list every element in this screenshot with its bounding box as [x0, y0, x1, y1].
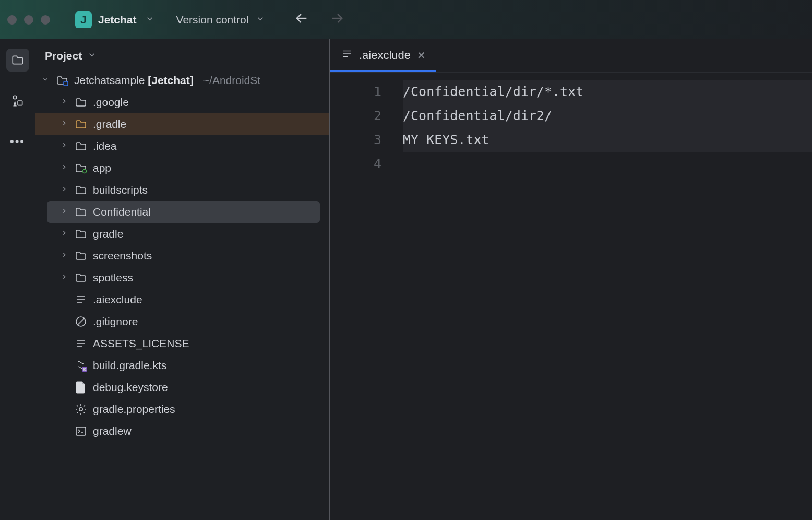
code-line[interactable]: /Confidential/dir2/	[403, 104, 812, 128]
folder-icon	[74, 250, 88, 262]
tree-item-label: ASSETS_LICENSE	[93, 337, 189, 350]
module-icon	[74, 162, 88, 174]
lines-icon	[74, 337, 88, 350]
tree-item[interactable]: .google	[35, 91, 329, 113]
tree-item[interactable]: debug.keystore	[35, 376, 329, 398]
tree-item[interactable]: spotless	[35, 267, 329, 289]
chevron-right-icon[interactable]	[59, 207, 69, 217]
editor-tab[interactable]: .aiexclude ✕	[330, 40, 436, 72]
svg-point-17	[79, 408, 82, 411]
tree-item[interactable]: .idea	[35, 135, 329, 157]
chevron-down-icon	[87, 50, 97, 62]
code-line[interactable]: MY_KEYS.txt	[403, 128, 812, 152]
tree-item-label: .google	[93, 96, 129, 109]
chevron-right-icon[interactable]	[59, 251, 69, 261]
line-number: 1	[330, 80, 381, 104]
tree-item[interactable]: buildscripts	[35, 179, 329, 201]
tree-item-label: build.gradle.kts	[93, 359, 166, 372]
svg-text:K: K	[83, 367, 86, 372]
svg-rect-3	[18, 101, 22, 105]
tree-item-label: spotless	[93, 271, 133, 284]
project-tool-button[interactable]	[6, 49, 29, 72]
tree-item[interactable]: .gitignore	[35, 311, 329, 333]
tree-item-label: .aiexclude	[93, 293, 142, 306]
file-lines-icon	[341, 48, 353, 63]
tree-root-path: ~/AndroidSt	[203, 74, 260, 87]
folder-icon	[74, 206, 88, 218]
chevron-right-icon[interactable]	[59, 141, 69, 151]
code-line[interactable]: /Confidential/dir/*.txt	[403, 80, 812, 104]
tree-item-label: debug.keystore	[93, 381, 168, 394]
chevron-right-icon[interactable]	[59, 185, 69, 195]
nav-forward-button[interactable]	[330, 11, 344, 28]
vcs-selector[interactable]: Version control	[171, 14, 271, 26]
panel-title: Project	[45, 50, 82, 62]
editor-tabbar: .aiexclude ✕	[330, 39, 812, 73]
folder-icon	[74, 96, 88, 109]
line-number: 3	[330, 128, 381, 152]
traffic-min[interactable]	[24, 15, 33, 25]
close-icon[interactable]: ✕	[417, 49, 426, 62]
project-badge: J	[75, 11, 92, 28]
folder-icon	[74, 271, 88, 284]
project-tree[interactable]: Jetchatsample [Jetchat] ~/AndroidSt .goo…	[35, 67, 329, 442]
code-line[interactable]	[403, 152, 812, 176]
vcs-label: Version control	[176, 14, 249, 26]
editor-area: .aiexclude ✕ 1234 /Confidential/dir/*.tx…	[330, 39, 812, 520]
project-selector[interactable]: J Jetchat	[71, 8, 162, 31]
chevron-right-icon[interactable]	[59, 229, 69, 239]
gutter: 1234	[330, 73, 391, 520]
nav-back-button[interactable]	[294, 11, 309, 28]
traffic-close[interactable]	[7, 15, 17, 25]
traffic-max[interactable]	[41, 15, 50, 25]
ban-icon	[74, 315, 88, 328]
tab-filename: .aiexclude	[359, 49, 411, 62]
chevron-down-icon[interactable]	[41, 76, 50, 85]
tree-item[interactable]: screenshots	[35, 245, 329, 267]
nav-arrows	[294, 11, 344, 28]
tree-item[interactable]: gradle.properties	[35, 398, 329, 420]
tree-item[interactable]: K build.gradle.kts	[35, 354, 329, 376]
chevron-right-icon[interactable]	[59, 273, 69, 282]
tree-item[interactable]: .aiexclude	[35, 289, 329, 311]
tree-item[interactable]: .gradle	[35, 113, 329, 135]
tree-item-label: gradlew	[93, 425, 132, 438]
svg-point-2	[13, 96, 16, 99]
tree-item-label: Confidential	[93, 206, 151, 218]
tree-item[interactable]: gradlew	[35, 420, 329, 442]
chevron-right-icon[interactable]	[59, 163, 69, 173]
chevron-right-icon[interactable]	[59, 120, 69, 129]
chevron-down-icon	[145, 14, 154, 26]
svg-rect-5	[64, 81, 68, 86]
tree-item-label: .idea	[93, 140, 117, 152]
project-panel: Project Jetchatsample [Jetchat] ~/Androi…	[35, 39, 330, 520]
more-tool-button[interactable]: •••	[6, 130, 29, 153]
panel-header[interactable]: Project	[35, 39, 329, 67]
folder-icon	[74, 228, 88, 240]
chevron-down-icon	[256, 14, 265, 26]
folder-icon	[74, 140, 88, 152]
tree-root[interactable]: Jetchatsample [Jetchat] ~/AndroidSt	[35, 69, 329, 91]
svg-marker-4	[14, 102, 16, 106]
folder-icon	[74, 118, 88, 131]
tree-item[interactable]: app	[35, 157, 329, 179]
tool-window-strip: •••	[0, 39, 35, 520]
svg-line-11	[78, 318, 84, 325]
structure-tool-button[interactable]	[6, 89, 29, 112]
chevron-right-icon[interactable]	[59, 98, 69, 107]
line-number: 4	[330, 152, 381, 176]
tree-item[interactable]: ASSETS_LICENSE	[35, 333, 329, 354]
code-content[interactable]: /Confidential/dir/*.txt/Confidential/dir…	[391, 73, 812, 176]
folder-icon	[74, 184, 88, 196]
tree-item[interactable]: Confidential	[47, 201, 320, 223]
tree-item[interactable]: gradle	[35, 223, 329, 245]
term-icon	[74, 425, 88, 438]
doc-icon	[74, 381, 88, 394]
tree-root-label: Jetchatsample [Jetchat]	[74, 74, 194, 87]
code-area[interactable]: 1234 /Confidential/dir/*.txt/Confidentia…	[330, 73, 812, 520]
line-number: 2	[330, 104, 381, 128]
window-controls	[7, 15, 50, 25]
project-name: Jetchat	[98, 14, 137, 26]
svg-point-6	[83, 170, 87, 173]
lines-icon	[74, 293, 88, 306]
